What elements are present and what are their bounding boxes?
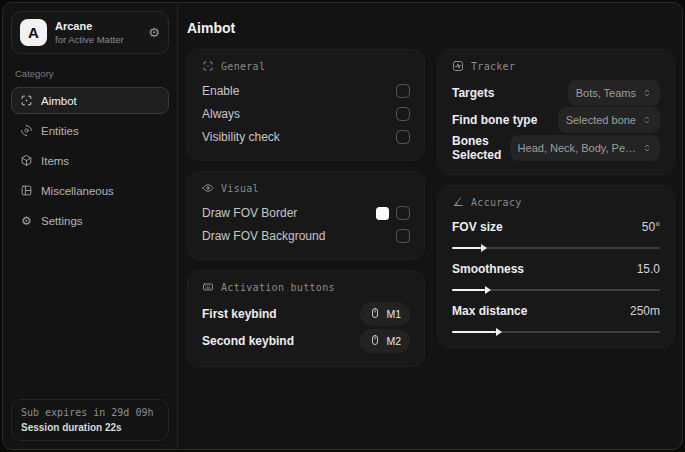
setting-label: Bones Selected bbox=[452, 134, 510, 162]
slider-fill bbox=[452, 289, 485, 291]
chevron-updown-icon bbox=[642, 139, 652, 157]
general-section-head: General bbox=[202, 60, 410, 72]
setting-label: Find bone type bbox=[452, 113, 537, 127]
general-card: General Enable Always Visibility check bbox=[187, 49, 425, 161]
chevron-updown-icon bbox=[642, 111, 652, 129]
cube-icon bbox=[20, 154, 33, 167]
session-duration-text: Session duration 22s bbox=[21, 422, 159, 433]
setting-row-fov-border: Draw FOV Border bbox=[202, 202, 410, 224]
dropdown-value: Head, Neck, Body, Pe… bbox=[518, 142, 636, 154]
setting-label: Targets bbox=[452, 86, 494, 100]
slider-value: 50° bbox=[642, 220, 660, 234]
sidebar-item-items[interactable]: Items bbox=[11, 147, 169, 174]
brand-logo: A bbox=[20, 19, 47, 46]
angle-icon bbox=[452, 196, 464, 208]
sidebar-spacer bbox=[11, 235, 169, 399]
left-column: General Enable Always Visibility check bbox=[187, 49, 425, 367]
setting-row-fov-background: Draw FOV Background bbox=[202, 225, 410, 247]
category-nav: Aimbot Entities Items Miscellaneous bbox=[11, 87, 169, 235]
tracker-card: Tracker Targets Bots, Teams Find bone ty… bbox=[437, 49, 675, 175]
slider-thumb[interactable] bbox=[485, 286, 491, 294]
smoothness-slider[interactable] bbox=[452, 289, 660, 291]
panels-icon bbox=[20, 184, 33, 197]
visual-card: Visual Draw FOV Border Draw FOV Backgrou… bbox=[187, 171, 425, 260]
main-content: Aimbot General Enable bbox=[178, 3, 683, 449]
sidebar-item-label: Aimbot bbox=[41, 95, 77, 107]
gear-icon: ⚙ bbox=[20, 214, 33, 228]
max-distance-slider[interactable] bbox=[452, 331, 660, 333]
accuracy-section-head: Accuracy bbox=[452, 196, 660, 208]
setting-row-bones-selected: Bones Selected Head, Neck, Body, Pe… bbox=[452, 134, 660, 162]
slider-thumb[interactable] bbox=[481, 244, 487, 252]
slider-label: Smoothness bbox=[452, 262, 524, 276]
keyboard-icon bbox=[202, 281, 214, 293]
fov-background-checkbox[interactable] bbox=[396, 229, 410, 243]
sidebar: A Arcane for Active Matter ⚙ Category Ai… bbox=[3, 3, 178, 449]
subscription-card: Sub expires in 29d 09h Session duration … bbox=[11, 399, 169, 441]
sidebar-item-label: Entities bbox=[41, 125, 79, 137]
sidebar-item-settings[interactable]: ⚙ Settings bbox=[11, 207, 169, 235]
setting-row-enable: Enable bbox=[202, 80, 410, 102]
setting-row-always: Always bbox=[202, 103, 410, 125]
activity-icon bbox=[452, 60, 464, 72]
setting-label: Always bbox=[202, 107, 240, 121]
right-column: Tracker Targets Bots, Teams Find bone ty… bbox=[437, 49, 675, 348]
second-keybind-button[interactable]: M2 bbox=[360, 329, 410, 353]
slider-thumb[interactable] bbox=[496, 328, 502, 336]
brand-card: A Arcane for Active Matter ⚙ bbox=[11, 11, 169, 54]
eye-icon bbox=[202, 182, 214, 194]
brand-subtitle: for Active Matter bbox=[55, 34, 140, 45]
slider-value: 250m bbox=[630, 304, 660, 318]
first-keybind-button[interactable]: M1 bbox=[360, 302, 410, 326]
section-label: Accuracy bbox=[471, 197, 522, 208]
tracker-section-head: Tracker bbox=[452, 60, 660, 72]
setting-row-find-bone-type: Find bone type Selected bone bbox=[452, 107, 660, 133]
slider-label: Max distance bbox=[452, 304, 527, 318]
keybind-value: M2 bbox=[386, 335, 401, 347]
accuracy-card: Accuracy FOV size 50° bbox=[437, 185, 675, 348]
find-bone-type-dropdown[interactable]: Selected bone bbox=[558, 107, 660, 133]
sub-expires-text: Sub expires in 29d 09h bbox=[21, 407, 159, 418]
sidebar-item-aimbot[interactable]: Aimbot bbox=[11, 87, 169, 114]
smoothness-slider-group: Smoothness 15.0 bbox=[452, 258, 660, 291]
setting-label: Visibility check bbox=[202, 130, 280, 144]
sidebar-item-entities[interactable]: Entities bbox=[11, 117, 169, 144]
setting-row-second-keybind: Second keybind M2 bbox=[202, 328, 410, 354]
enable-checkbox[interactable] bbox=[396, 84, 410, 98]
activation-section-head: Activation buttons bbox=[202, 281, 410, 293]
fov-size-slider[interactable] bbox=[452, 247, 660, 249]
dropdown-value: Bots, Teams bbox=[576, 87, 636, 99]
slider-label: FOV size bbox=[452, 220, 503, 234]
setting-row-visibility-check: Visibility check bbox=[202, 126, 410, 148]
fov-border-color-swatch[interactable] bbox=[376, 207, 389, 220]
settings-gear-icon[interactable]: ⚙ bbox=[148, 26, 160, 39]
bones-selected-dropdown[interactable]: Head, Neck, Body, Pe… bbox=[510, 135, 660, 161]
setting-label: Enable bbox=[202, 84, 239, 98]
slider-header: Smoothness 15.0 bbox=[452, 258, 660, 280]
section-label: Tracker bbox=[471, 61, 515, 72]
slider-header: FOV size 50° bbox=[452, 216, 660, 238]
page-title: Aimbot bbox=[187, 20, 675, 36]
mouse-icon bbox=[369, 332, 381, 350]
crosshair-icon bbox=[20, 94, 33, 107]
crosshair-icon bbox=[202, 60, 214, 72]
slider-fill bbox=[452, 247, 481, 249]
always-checkbox[interactable] bbox=[396, 107, 410, 121]
visual-section-head: Visual bbox=[202, 182, 410, 194]
slider-value: 15.0 bbox=[637, 262, 660, 276]
sidebar-item-miscellaneous[interactable]: Miscellaneous bbox=[11, 177, 169, 204]
targets-dropdown[interactable]: Bots, Teams bbox=[568, 80, 660, 106]
brand-text: Arcane for Active Matter bbox=[55, 20, 140, 45]
sidebar-item-label: Settings bbox=[41, 215, 83, 227]
visibility-check-checkbox[interactable] bbox=[396, 130, 410, 144]
setting-row-first-keybind: First keybind M1 bbox=[202, 301, 410, 327]
fov-size-slider-group: FOV size 50° bbox=[452, 216, 660, 249]
sidebar-item-label: Items bbox=[41, 155, 69, 167]
setting-label: Draw FOV Background bbox=[202, 229, 325, 243]
category-label: Category bbox=[15, 68, 165, 79]
keybind-value: M1 bbox=[386, 308, 401, 320]
entities-icon bbox=[20, 124, 33, 137]
fov-border-checkbox[interactable] bbox=[396, 206, 410, 220]
chevron-updown-icon bbox=[642, 84, 652, 102]
app-window: A Arcane for Active Matter ⚙ Category Ai… bbox=[2, 2, 683, 450]
